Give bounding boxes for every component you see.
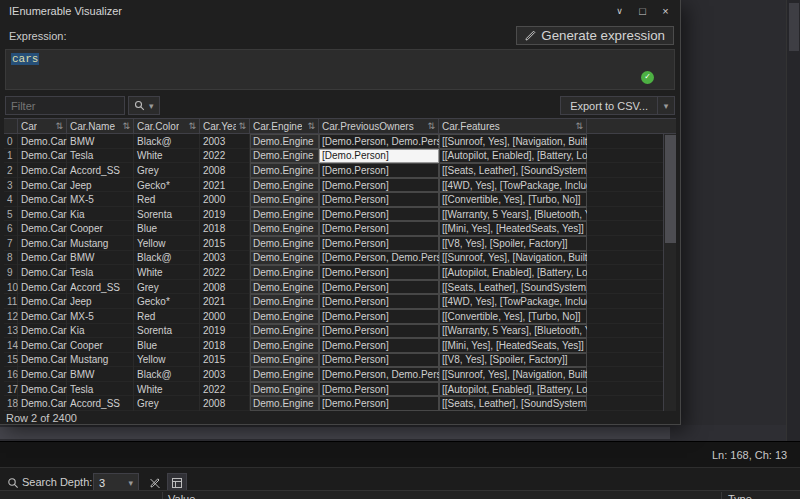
cell-car[interactable]: Demo.Car (18, 134, 67, 149)
table-row[interactable]: 14Demo.CarCooperBlue2018Demo.Engine[Demo… (4, 338, 676, 353)
grid-scrollbar-thumb[interactable] (665, 135, 676, 243)
cell-year[interactable]: 2022 (200, 149, 250, 164)
watch-value-header[interactable]: Value (168, 493, 195, 499)
cell-owners[interactable]: [Demo.Person] (319, 396, 439, 411)
cell-owners[interactable]: [Demo.Person, Demo.Person] (319, 251, 439, 266)
cell-name[interactable]: Tesla (67, 382, 134, 397)
cell-car[interactable]: Demo.Car (18, 192, 67, 207)
cell-owners[interactable]: [Demo.Person] (319, 207, 439, 222)
cell-engine[interactable]: Demo.Engine (250, 149, 319, 164)
table-row[interactable]: 8Demo.CarBMWBlack@2003Demo.Engine[Demo.P… (4, 251, 676, 266)
editor-scrollbar[interactable] (786, 0, 800, 441)
column-header-car-engine[interactable]: Car.Engine⇅ (250, 119, 319, 133)
cell-features[interactable]: [[Convertible, Yes], [Turbo, No]] (439, 192, 587, 207)
cell-features[interactable]: [[4WD, Yes], [TowPackage, Include... (439, 178, 587, 193)
table-row[interactable]: 1Demo.CarTeslaWhite2022Demo.Engine[Demo.… (4, 149, 676, 164)
cell-owners[interactable]: [Demo.Person] (319, 353, 439, 368)
table-row[interactable]: 5Demo.CarKiaSorenta2019Demo.Engine[Demo.… (4, 207, 676, 222)
column-header-car-year[interactable]: Car.Year⇅ (200, 119, 250, 133)
table-row[interactable]: 9Demo.CarTeslaWhite2022Demo.Engine[Demo.… (4, 265, 676, 280)
cell-year[interactable]: 2008 (200, 163, 250, 178)
cell-features[interactable]: [[Warranty, 5 Years], [Bluetooth, Ye... (439, 207, 587, 222)
cell-year[interactable]: 2003 (200, 134, 250, 149)
cell-engine[interactable]: Demo.Engine (250, 382, 319, 397)
filter-input[interactable] (5, 96, 125, 115)
cell-car[interactable]: Demo.Car (18, 353, 67, 368)
cell-owners[interactable]: [Demo.Person] (319, 280, 439, 295)
cell-features[interactable]: [[Sunroof, Yes], [Navigation, Built-i... (439, 134, 587, 149)
cell-features[interactable]: [[Autopilot, Enabled], [Battery, Lo... (439, 265, 587, 280)
cell-engine[interactable]: Demo.Engine (250, 309, 319, 324)
cell-owners[interactable]: [Demo.Person] (319, 265, 439, 280)
cell-features[interactable]: [[V8, Yes], [Spoiler, Factory]] (439, 236, 587, 251)
cell-engine[interactable]: Demo.Engine (250, 236, 319, 251)
cell-owners[interactable]: [Demo.Person] (319, 149, 439, 164)
column-header-car-previousowners[interactable]: Car.PreviousOwners⇅ (319, 119, 439, 133)
cell-year[interactable]: 2003 (200, 251, 250, 266)
cell-features[interactable]: [[Seats, Leather], [SoundSystem, Pr... (439, 163, 587, 178)
cell-name[interactable]: Accord_SS (67, 396, 134, 411)
cell-owners[interactable]: [Demo.Person] (319, 338, 439, 353)
cell-engine[interactable]: Demo.Engine (250, 178, 319, 193)
table-row[interactable]: 18Demo.CarAccord_SSGrey2008Demo.Engine[D… (4, 396, 676, 411)
cell-features[interactable]: [[Warranty, 5 Years], [Bluetooth, Ye... (439, 324, 587, 339)
cell-year[interactable]: 2018 (200, 338, 250, 353)
cell-owners[interactable]: [Demo.Person] (319, 294, 439, 309)
cell-name[interactable]: Mustang (67, 353, 134, 368)
cell-color[interactable]: Yellow (134, 236, 200, 251)
column-header-car[interactable]: Car⇅ (18, 119, 67, 133)
cell-features[interactable]: [[Seats, Leather], [SoundSystem, Pr... (439, 280, 587, 295)
cell-features[interactable]: [[Mini, Yes], [HeatedSeats, Yes]] (439, 221, 587, 236)
cell-name[interactable]: BMW (67, 367, 134, 382)
expression-editor[interactable]: cars ✓ (5, 49, 675, 90)
cell-year[interactable]: 2000 (200, 192, 250, 207)
cell-car[interactable]: Demo.Car (18, 163, 67, 178)
cell-car[interactable]: Demo.Car (18, 265, 67, 280)
cell-owners[interactable]: [Demo.Person] (319, 236, 439, 251)
cell-name[interactable]: Kia (67, 207, 134, 222)
cell-engine[interactable]: Demo.Engine (250, 338, 319, 353)
cell-color[interactable]: Black@ (134, 251, 200, 266)
cell-car[interactable]: Demo.Car (18, 221, 67, 236)
cell-car[interactable]: Demo.Car (18, 324, 67, 339)
cell-name[interactable]: Cooper (67, 221, 134, 236)
editor-scrollbar-thumb[interactable] (789, 3, 799, 51)
cell-name[interactable]: Kia (67, 324, 134, 339)
cell-year[interactable]: 2022 (200, 382, 250, 397)
cell-color[interactable]: White (134, 382, 200, 397)
table-row[interactable]: 4Demo.CarMX-5Red2000Demo.Engine[Demo.Per… (4, 192, 676, 207)
cell-name[interactable]: Tesla (67, 149, 134, 164)
cell-name[interactable]: BMW (67, 134, 134, 149)
cell-color[interactable]: Sorenta (134, 207, 200, 222)
table-row[interactable]: 7Demo.CarMustangYellow2015Demo.Engine[De… (4, 236, 676, 251)
cell-color[interactable]: Grey (134, 280, 200, 295)
cell-color[interactable]: Grey (134, 163, 200, 178)
cell-car[interactable]: Demo.Car (18, 149, 67, 164)
cell-year[interactable]: 2021 (200, 178, 250, 193)
cell-car[interactable]: Demo.Car (18, 338, 67, 353)
export-to-csv-button[interactable]: Export to CSV... (561, 97, 657, 114)
cell-features[interactable]: [[4WD, Yes], [TowPackage, Include... (439, 294, 587, 309)
export-options-dropdown[interactable]: ▾ (657, 97, 674, 114)
cell-name[interactable]: BMW (67, 251, 134, 266)
cell-year[interactable]: 2018 (200, 221, 250, 236)
cell-color[interactable]: Red (134, 192, 200, 207)
cell-color[interactable]: White (134, 149, 200, 164)
cell-car[interactable]: Demo.Car (18, 178, 67, 193)
cell-car[interactable]: Demo.Car (18, 207, 67, 222)
cell-features[interactable]: [[Sunroof, Yes], [Navigation, Built-i... (439, 251, 587, 266)
cell-name[interactable]: MX-5 (67, 192, 134, 207)
cell-year[interactable]: 2019 (200, 207, 250, 222)
cell-owners[interactable]: [Demo.Person] (319, 309, 439, 324)
table-row[interactable]: 3Demo.CarJeepGecko*2021Demo.Engine[Demo.… (4, 178, 676, 193)
cell-car[interactable]: Demo.Car (18, 367, 67, 382)
cell-car[interactable]: Demo.Car (18, 294, 67, 309)
cell-year[interactable]: 2008 (200, 396, 250, 411)
cell-owners[interactable]: [Demo.Person] (319, 221, 439, 236)
cell-car[interactable]: Demo.Car (18, 236, 67, 251)
generate-expression-button[interactable]: Generate expression (516, 26, 674, 45)
cell-name[interactable]: Jeep (67, 294, 134, 309)
cell-name[interactable]: Mustang (67, 236, 134, 251)
horizontal-scrollbar-thumb[interactable] (0, 427, 670, 439)
cell-car[interactable]: Demo.Car (18, 309, 67, 324)
